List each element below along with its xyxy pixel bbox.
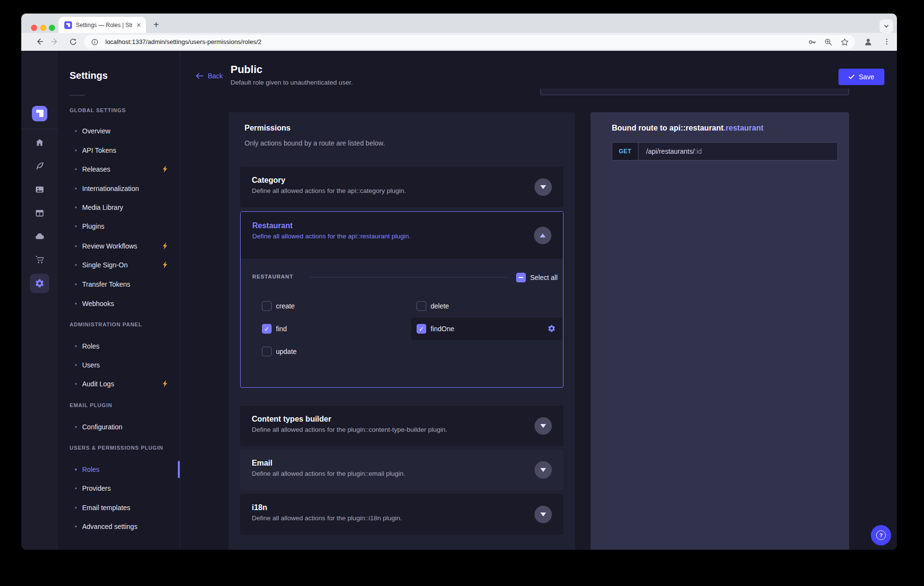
expand-chevron-icon[interactable] xyxy=(534,506,552,523)
window-zoom-button[interactable] xyxy=(49,25,55,31)
sidebar-item-releases[interactable]: Releases xyxy=(75,164,110,174)
sidebar-item-label: Providers xyxy=(82,484,111,492)
route-path-text: /api/restaurants/ xyxy=(646,147,694,155)
lightning-badge-icon xyxy=(162,380,169,387)
accordion-title: Content types builder xyxy=(252,415,448,424)
checkbox-label[interactable]: find xyxy=(276,325,287,333)
permission-delete[interactable]: delete xyxy=(417,301,449,311)
bullet-icon xyxy=(75,206,77,208)
sidebar-item-label: Single Sign-On xyxy=(82,261,128,269)
home-icon[interactable] xyxy=(35,138,44,147)
select-all-label: Select all xyxy=(530,274,558,281)
window-minimize-button[interactable] xyxy=(40,25,46,31)
accordion-title: Restaurant xyxy=(252,221,551,230)
accordion-description: Define all allowed actions for the api::… xyxy=(252,233,551,240)
accordion-header[interactable]: Category Define all allowed actions for … xyxy=(240,167,563,207)
sidebar-item-plugins[interactable]: Plugins xyxy=(75,221,104,231)
accordion-header[interactable]: Restaurant Define all allowed actions fo… xyxy=(241,212,563,259)
url-bar[interactable]: localhost:1337/admin/settings/users-perm… xyxy=(84,35,855,49)
rail-divider xyxy=(21,129,58,129)
collapse-chevron-icon[interactable] xyxy=(534,227,551,244)
sidebar-item-label: Transfer Tokens xyxy=(82,280,130,288)
accordion-header[interactable]: Email Define all allowed actions for the… xyxy=(240,450,563,490)
accordion-content-types-builder[interactable]: Content types builder Define all allowed… xyxy=(240,406,563,446)
expand-chevron-icon[interactable] xyxy=(534,461,552,479)
find-checkbox[interactable]: ✓ xyxy=(262,324,272,334)
window-close-button[interactable] xyxy=(31,25,37,31)
forward-icon[interactable] xyxy=(49,36,60,47)
media-library-icon[interactable] xyxy=(35,185,44,194)
sidebar-item-users[interactable]: Users xyxy=(75,360,100,370)
select-all-checkbox[interactable] xyxy=(516,273,526,282)
tab-close-icon[interactable]: ✕ xyxy=(136,22,141,28)
accordion-header[interactable]: Content types builder Define all allowed… xyxy=(240,406,563,446)
sidebar-item-audit-logs[interactable]: Audit Logs xyxy=(75,379,114,389)
profile-avatar-icon[interactable] xyxy=(862,36,874,47)
checkbox-label[interactable]: create xyxy=(276,302,295,310)
delete-checkbox[interactable] xyxy=(417,301,426,311)
sidebar-item-transfer-tokens[interactable]: Transfer Tokens xyxy=(75,279,130,289)
findone-checkbox[interactable]: ✓ xyxy=(417,324,426,334)
permission-findone-row[interactable]: ✓ findOne xyxy=(411,318,562,340)
accordion-title: Category xyxy=(252,176,406,185)
permissions-card: Permissions Only actions bound by a rout… xyxy=(229,112,575,550)
back-button[interactable]: Back xyxy=(196,72,223,80)
sidebar-item-webhooks[interactable]: Webhooks xyxy=(75,299,114,308)
new-tab-button[interactable]: + xyxy=(150,18,162,31)
checkbox-label[interactable]: delete xyxy=(431,302,449,310)
accordion-category[interactable]: Category Define all allowed actions for … xyxy=(240,167,563,207)
bound-route-title-highlight: .restaurant xyxy=(723,124,764,132)
zoom-in-icon[interactable] xyxy=(823,36,834,48)
strapi-favicon-icon xyxy=(64,21,72,29)
strapi-cloud-icon[interactable] xyxy=(35,232,44,241)
help-button[interactable]: ? xyxy=(871,525,891,545)
bookmark-star-icon[interactable] xyxy=(839,36,851,48)
update-checkbox[interactable] xyxy=(262,347,272,356)
browser-menu-icon[interactable] xyxy=(881,36,893,47)
checkbox-label[interactable]: update xyxy=(276,348,297,355)
marketplace-cart-icon[interactable] xyxy=(35,255,44,264)
sidebar-item-internationalization[interactable]: Internationalization xyxy=(75,184,139,193)
sidebar-item-api-tokens[interactable]: API Tokens xyxy=(75,146,116,155)
permission-update[interactable]: update xyxy=(262,347,297,356)
accordion-header[interactable]: i18n Define all allowed actions for the … xyxy=(240,494,563,535)
back-arrow-icon xyxy=(196,73,203,79)
sidebar-item-single-sign-on[interactable]: Single Sign-On xyxy=(75,260,128,270)
reload-icon[interactable] xyxy=(67,36,79,47)
expand-chevron-icon[interactable] xyxy=(534,178,552,196)
content-type-builder-icon[interactable] xyxy=(35,208,44,218)
content-manager-feather-icon[interactable] xyxy=(35,161,44,171)
create-checkbox[interactable] xyxy=(262,301,272,311)
bullet-icon xyxy=(75,168,77,170)
sidebar-item-label: Internationalization xyxy=(82,185,139,192)
bullet-icon xyxy=(75,487,77,489)
description-field-fragment[interactable] xyxy=(540,88,849,95)
sidebar-item-overview[interactable]: Overview xyxy=(75,126,110,136)
accordion-restaurant: Restaurant Define all allowed actions fo… xyxy=(240,211,563,388)
sidebar-item-review-workflows[interactable]: Review Workflows xyxy=(75,241,137,251)
sidebar-item-configuration[interactable]: Configuration xyxy=(75,422,122,432)
sidebar-item-admin-roles[interactable]: Roles xyxy=(75,341,100,351)
save-button[interactable]: Save xyxy=(838,69,884,85)
expand-chevron-icon[interactable] xyxy=(534,417,552,435)
accordion-i18n[interactable]: i18n Define all allowed actions for the … xyxy=(240,494,563,535)
route-settings-gear-icon[interactable] xyxy=(548,324,556,333)
select-all-control[interactable]: Select all xyxy=(516,273,558,282)
sidebar-item-providers[interactable]: Providers xyxy=(75,483,111,493)
settings-gear-icon[interactable] xyxy=(35,278,44,288)
permission-find[interactable]: ✓ find xyxy=(262,324,287,334)
sidebar-item-media-library[interactable]: Media Library xyxy=(75,203,123,212)
sidebar-item-up-roles[interactable]: Roles xyxy=(75,465,100,474)
strapi-logo-icon[interactable] xyxy=(32,106,47,121)
site-info-icon[interactable] xyxy=(89,36,101,48)
permission-findone[interactable]: ✓ findOne xyxy=(417,324,454,334)
sidebar-item-email-templates[interactable]: Email templates xyxy=(75,503,130,513)
password-key-icon[interactable] xyxy=(807,36,818,48)
tab-search-chevron-icon[interactable] xyxy=(880,19,893,33)
back-icon[interactable] xyxy=(34,36,45,47)
accordion-email[interactable]: Email Define all allowed actions for the… xyxy=(240,450,563,490)
browser-tab[interactable]: Settings — Roles | Strapi ✕ xyxy=(58,17,146,33)
permission-create[interactable]: create xyxy=(262,301,295,311)
checkbox-label[interactable]: findOne xyxy=(431,325,454,333)
sidebar-item-advanced-settings[interactable]: Advanced settings xyxy=(75,522,137,531)
